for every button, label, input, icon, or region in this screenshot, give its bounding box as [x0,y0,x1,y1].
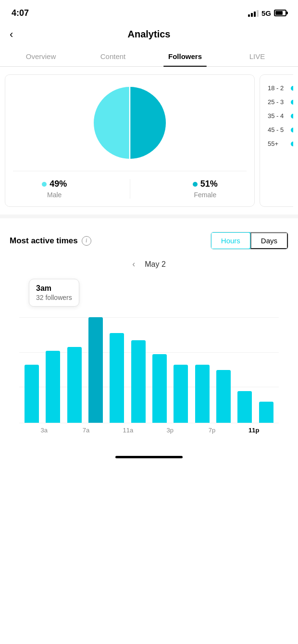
date-nav: ‹ May 2 [10,259,288,269]
x-label-7p: 7p [191,427,233,434]
network-label: 5G [261,9,271,17]
x-label-11a: 11a [107,427,149,434]
pie-chart-container [13,84,247,161]
tooltip-followers: 32 followers [36,294,72,301]
age-row: 35 - 4 [268,112,293,119]
gender-legend: 49% Male 51% Female [13,171,247,199]
legend-divider [130,179,130,199]
section-header: Most active times i Hours Days [10,232,288,250]
x-label-3p: 3p [149,427,191,434]
date-prev-arrow[interactable]: ‹ [132,259,135,269]
female-pct: 51% [200,179,218,189]
female-dot [193,182,198,187]
most-active-section: Most active times i Hours Days ‹ May 2 3… [0,222,298,434]
tooltip-area: 3am 32 followers [19,279,279,317]
age-bar-fill [291,100,293,105]
age-label: 18 - 2 [268,84,287,92]
toggle-hours[interactable]: Hours [211,232,251,250]
bar [25,365,39,423]
bar-col[interactable] [192,317,213,423]
age-bar-bg [291,100,293,105]
female-legend: 51% Female [193,179,218,199]
bar [88,317,103,423]
bar [110,333,124,423]
age-label: 55+ [268,140,287,147]
bar-col[interactable] [149,317,170,423]
bar-col[interactable] [42,317,63,423]
battery-icon [274,10,286,16]
age-label: 35 - 4 [268,112,287,119]
status-icons: 5G [248,9,286,17]
male-legend: 49% Male [42,179,67,199]
x-label-11p: 11p [233,427,275,434]
bar [152,354,167,423]
chart-area: 3am 32 followers 3a 7a 11a 3p 7p [10,279,288,434]
section-divider [0,215,298,218]
tab-overview[interactable]: Overview [5,47,77,66]
bar-col[interactable] [170,317,191,423]
tab-followers[interactable]: Followers [149,47,221,66]
bar-col[interactable] [85,317,106,423]
male-dot [42,182,47,187]
pie-chart [91,84,168,161]
header: ‹ Analytics [0,24,298,47]
page-title: Analytics [128,29,171,40]
bar [67,347,82,423]
age-label: 25 - 3 [268,98,287,106]
age-bar-bg [291,142,293,146]
toggle-days[interactable]: Days [250,232,288,249]
section-title-row: Most active times i [10,236,91,246]
signal-icon [248,9,259,17]
bar-col[interactable] [128,317,149,423]
age-bar-bg [291,86,293,91]
x-label-7a: 7a [65,427,107,434]
age-bar-fill [291,86,293,91]
bars-container [19,317,279,423]
male-pct: 49% [50,179,67,189]
bar-col[interactable] [213,317,234,423]
tooltip-box: 3am 32 followers [29,279,79,307]
bar-col[interactable] [234,317,255,423]
bar [259,402,273,423]
tooltip-time: 3am [36,284,72,293]
bar [195,365,210,423]
age-bar-bg [291,128,293,132]
toggle-group: Hours Days [211,232,288,250]
status-bar: 4:07 5G [0,0,298,24]
bar-col[interactable] [106,317,127,423]
chart-grid [19,317,279,423]
tab-content[interactable]: Content [77,47,149,66]
bar-col[interactable] [21,317,42,423]
bar [46,351,60,423]
x-label-3a: 3a [23,427,65,434]
home-bar [115,456,183,458]
bar-col[interactable] [64,317,85,423]
section-title: Most active times [10,236,78,246]
gender-card: 49% Male 51% Female [5,74,255,207]
age-bar-fill [291,128,293,132]
tab-live[interactable]: LIVE [221,47,293,66]
male-label: Male [47,191,62,199]
age-row: 55+ [268,140,293,147]
bar-col[interactable] [256,317,277,423]
analytics-cards: 49% Male 51% Female 18 - 2 25 - 3 [5,74,293,207]
age-row: 18 - 2 [268,84,293,92]
age-card: 18 - 2 25 - 3 35 - 4 45 - 5 55+ [260,74,293,207]
age-label: 45 - 5 [268,126,287,133]
bar [174,365,188,423]
age-bars: 18 - 2 25 - 3 35 - 4 45 - 5 55+ [268,84,293,147]
home-indicator [0,448,298,463]
info-icon[interactable]: i [82,236,91,246]
age-bar-fill [291,142,293,146]
bar [237,391,252,423]
age-bar-bg [291,114,293,119]
date-label: May 2 [145,260,166,269]
grid-line-bottom [19,423,279,423]
age-row: 25 - 3 [268,98,293,106]
status-time: 4:07 [12,8,29,18]
tab-bar: Overview Content Followers LIVE [0,47,298,67]
age-bar-fill [291,114,293,119]
female-label: Female [194,191,216,199]
back-button[interactable]: ‹ [10,28,13,41]
age-row: 45 - 5 [268,126,293,133]
